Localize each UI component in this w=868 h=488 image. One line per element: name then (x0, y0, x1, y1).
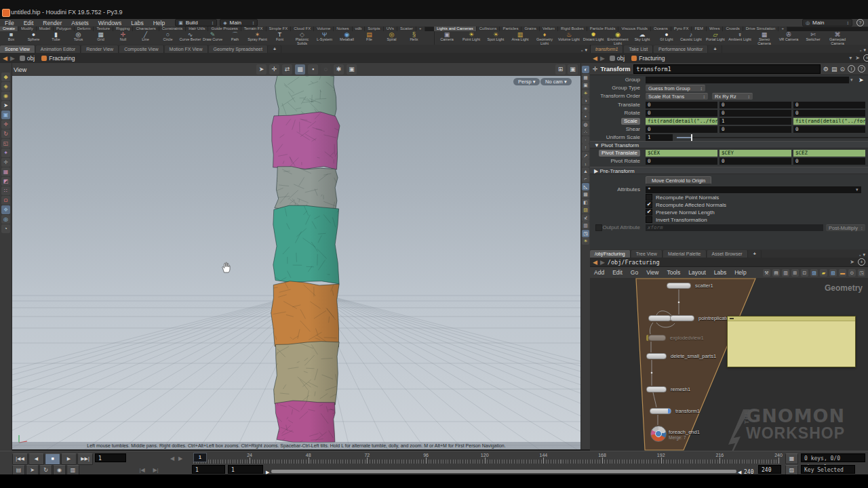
back-icon[interactable]: ◀ (593, 55, 597, 62)
back-icon[interactable]: ◀ (593, 259, 597, 266)
handles-icon[interactable]: ✛ (1, 158, 10, 167)
tool-vr-camera[interactable]: ✇VR Camera (776, 31, 801, 45)
tab-new-shelf-tab-[interactable]: + (416, 26, 425, 31)
pane-dropdown-icon[interactable]: ▾ (863, 47, 866, 53)
tool-gamepad-camera[interactable]: ⌘Gamepad Camera (825, 31, 850, 45)
select-dynamics-icon[interactable]: ⇄ (282, 64, 292, 75)
tab-transform1[interactable]: transform1 (591, 45, 623, 53)
breadcrumb-network[interactable]: Fracturing (39, 55, 77, 62)
tool-tube[interactable]: ▮Tube (45, 31, 67, 45)
pivot-rotate-field-y[interactable]: 0 (719, 158, 791, 165)
output-attribute-field[interactable]: xform (646, 224, 823, 231)
tool-gi-light[interactable]: ●GI Light (654, 31, 679, 45)
camera-view-icon[interactable]: ▥ (582, 222, 589, 229)
vectors-icon[interactable]: ↗ (582, 152, 589, 159)
shelf-tab-terrain-fx[interactable]: Terrain FX (241, 26, 267, 31)
menu-windows[interactable]: Windows (94, 20, 126, 26)
tool-caustic-light[interactable]: ♪Caustic Light (679, 31, 703, 45)
timeline-ruler[interactable]: 1 24487296120144168192216240 (193, 453, 781, 464)
shelf-tab-volume[interactable]: Volume (314, 26, 334, 31)
uniform-scale-slider[interactable] (677, 137, 868, 138)
shelf-tab-simple-fx[interactable]: Simple FX (267, 26, 292, 31)
net-menu-go[interactable]: Go (627, 269, 642, 276)
slider-handle[interactable] (691, 134, 692, 141)
forward-icon[interactable]: ▶ (600, 55, 605, 62)
recompute-point-normals-checkbox[interactable] (646, 194, 652, 201)
rotate-tool-icon[interactable]: ↻ (1, 129, 10, 138)
playback-range-bar[interactable] (271, 470, 736, 473)
tab-new-shelf-tab-[interactable]: + (778, 26, 787, 31)
point-markers-icon[interactable]: · (582, 136, 589, 144)
show-dynamics-icon[interactable]: ◉ (1, 92, 10, 100)
pivot-transform-section[interactable]: ▼ Pivot Transform (590, 141, 868, 148)
take-dropdown[interactable]: ◎ Main ↕ (802, 19, 852, 26)
tool-distant-light[interactable]: ✹Distant Light (581, 31, 606, 45)
tool-null[interactable]: ✛Null (112, 31, 134, 45)
tab-animation-editor[interactable]: Animation Editor (36, 45, 81, 53)
sticky-note-icon[interactable]: ▰ (820, 269, 827, 277)
desktop-main-dropdown[interactable]: ◈ Main ↕ (220, 19, 258, 26)
menu-edit[interactable]: Edit (19, 20, 39, 26)
no-cam-badge[interactable]: No cam ▾ (540, 78, 572, 85)
snap-grid-icon[interactable]: ▦ (1, 167, 10, 176)
jump-start-button[interactable]: |◀◀ (12, 453, 28, 465)
tile-view-icon[interactable]: ▩ (582, 190, 589, 198)
tool-stereo-camera[interactable]: ▦Stereo Camera (752, 31, 776, 45)
net-menu-layout[interactable]: Layout (684, 269, 710, 276)
tab-take-list[interactable]: Take List (624, 45, 653, 53)
net-menu-view[interactable]: View (642, 269, 663, 276)
translate-field-z[interactable]: 0 (793, 102, 865, 108)
tab-performance-monitor[interactable]: Performance Monitor (654, 45, 708, 53)
play-button[interactable]: ▶ (61, 453, 77, 465)
playback-start-field[interactable]: 1 (228, 465, 263, 474)
pane-menu-icon[interactable]: ▫ (581, 48, 583, 53)
menu-labs[interactable]: Labs (126, 20, 148, 26)
tool-volume-light[interactable]: ♨Volume Light (557, 31, 581, 45)
pane-dropdown-icon[interactable]: ▾ (585, 47, 587, 53)
lock-camera-icon[interactable]: ▣ (582, 81, 589, 89)
pane-dropdown-icon[interactable]: ▾ (863, 252, 865, 258)
tab-new[interactable]: + (749, 250, 762, 258)
color-badge-icon[interactable]: ▬ (839, 269, 846, 277)
tool-spot-light[interactable]: ☀Spot Light (484, 31, 508, 45)
pivot-translate-field-y[interactable]: $CEY (719, 150, 791, 157)
dropdown-icon[interactable]: ▾ (849, 55, 852, 61)
shear-field-x[interactable]: 0 (646, 126, 717, 133)
tool-platonic-solids[interactable]: ◇Platonic Solids (291, 31, 313, 45)
attributes-dropdown-icon[interactable]: ▾ (856, 187, 859, 192)
scale-field-y[interactable]: 1 (719, 118, 791, 125)
shelf-tab-noises[interactable]: Noises (334, 26, 352, 31)
pivot-translate-field-x[interactable]: $CEX (646, 150, 717, 157)
sticky-note-header[interactable] (728, 317, 855, 321)
forward-icon[interactable]: ▶ (600, 259, 605, 266)
scale-field-z[interactable]: fit(rand(detail("../foreach_be (793, 118, 865, 125)
tool-spray-paint[interactable]: ✶Spray Paint (246, 31, 269, 45)
image-view-icon[interactable]: ▨ (810, 269, 818, 277)
magnet-icon[interactable]: Ω (1, 196, 10, 205)
rotate-field-x[interactable]: 0 (646, 110, 717, 117)
translate-tool-icon[interactable]: ✛ (1, 120, 10, 129)
expand-icon[interactable]: + (863, 54, 868, 62)
shelf-tab-pyro-fx[interactable]: Pyro FX (671, 26, 692, 31)
first-person-icon[interactable]: ◔ (1, 224, 10, 233)
current-frame-field[interactable]: 1 (95, 453, 126, 462)
tool-draw-curve[interactable]: ✎Draw Curve (201, 31, 224, 45)
tab-obj-fracturing[interactable]: /obj/Fracturing (590, 250, 631, 258)
shelf-tab-crowds[interactable]: Crowds (723, 26, 743, 31)
network-box-icon[interactable]: ▧ (829, 269, 837, 277)
menu-render[interactable]: Render (38, 20, 66, 26)
shelf-tab-particle-fluids[interactable]: Particle Fluids (587, 26, 619, 31)
view-tool-icon[interactable]: ◎ (1, 215, 10, 224)
shelf-tab-deform[interactable]: Deform (75, 26, 94, 31)
shelf-tab-constraints[interactable]: Constraints (159, 26, 186, 31)
play-reverse-button[interactable]: ◀ (28, 453, 44, 465)
shear-field-y[interactable]: 0 (719, 126, 791, 133)
delete_small_parts1-node[interactable] (646, 353, 667, 359)
menu-file[interactable]: File (0, 20, 19, 26)
lighting-icon[interactable]: ☀ (582, 89, 589, 97)
tab-asset-browser[interactable]: Asset Browser (707, 250, 748, 258)
tool-box[interactable]: ■Box (0, 31, 22, 45)
rotate-field-z[interactable]: 0 (793, 110, 865, 117)
orient-picking-icon[interactable]: ❖ (1, 205, 10, 214)
translate-field-x[interactable]: 0 (646, 102, 717, 108)
